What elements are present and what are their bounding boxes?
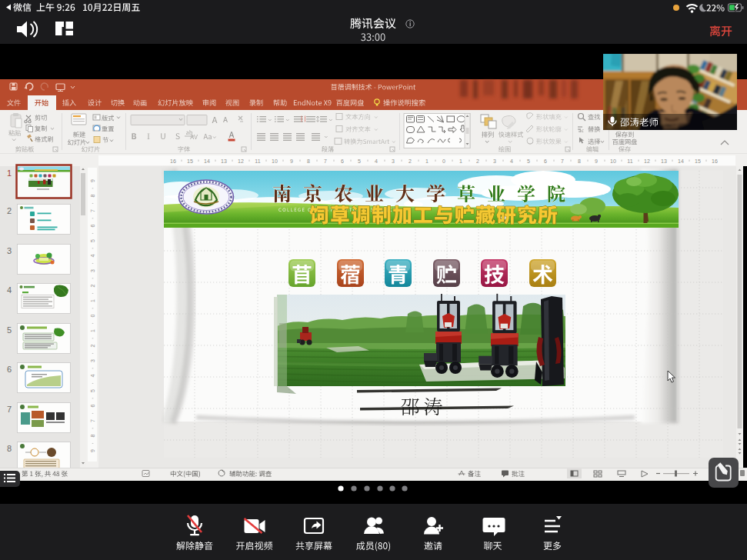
svg-text:3: 3: [90, 359, 95, 362]
svg-text:4: 4: [90, 254, 95, 257]
svg-text:7: 7: [561, 158, 564, 164]
svg-text:6: 6: [7, 365, 12, 374]
svg-text:8: 8: [90, 434, 95, 437]
svg-text:2: 2: [409, 158, 412, 164]
svg-text:15: 15: [187, 158, 193, 164]
svg-text:5: 5: [527, 158, 530, 164]
svg-text:4: 4: [510, 158, 513, 164]
svg-text:3: 3: [493, 158, 496, 164]
svg-text:5: 5: [90, 239, 95, 242]
svg-text:2: 2: [7, 206, 12, 215]
svg-text:7: 7: [90, 209, 95, 212]
svg-text:5: 5: [90, 389, 95, 392]
svg-text:7: 7: [7, 405, 12, 414]
svg-text:4: 4: [7, 285, 12, 295]
svg-text:9: 9: [90, 179, 95, 182]
svg-text:3: 3: [7, 246, 12, 255]
svg-text:16: 16: [170, 158, 176, 164]
svg-text:10: 10: [272, 158, 278, 164]
svg-text:16: 16: [712, 158, 718, 164]
svg-text:8: 8: [307, 158, 310, 164]
svg-text:3: 3: [392, 158, 395, 164]
svg-text:1: 1: [7, 168, 12, 178]
svg-text:8: 8: [7, 444, 12, 453]
svg-text:4: 4: [90, 374, 95, 377]
svg-text:9: 9: [90, 449, 95, 452]
svg-text:6: 6: [90, 404, 95, 407]
svg-text:2: 2: [476, 158, 479, 164]
svg-text:14: 14: [204, 158, 210, 164]
svg-text:14: 14: [678, 158, 684, 164]
svg-text:2: 2: [90, 344, 95, 347]
svg-text:11: 11: [255, 158, 260, 164]
svg-text:2: 2: [90, 284, 95, 287]
svg-text:3: 3: [90, 269, 95, 272]
svg-text:13: 13: [661, 158, 667, 164]
svg-text:7: 7: [324, 158, 327, 164]
svg-text:5: 5: [358, 158, 361, 164]
svg-text:1: 1: [425, 158, 429, 164]
svg-text:9: 9: [290, 158, 293, 164]
svg-text:1: 1: [90, 329, 95, 332]
svg-text:6: 6: [90, 224, 95, 227]
svg-text:8: 8: [578, 158, 581, 164]
svg-text:8: 8: [90, 194, 95, 197]
svg-text:6: 6: [341, 158, 344, 164]
svg-text:4: 4: [375, 158, 378, 164]
svg-text:7: 7: [90, 419, 95, 422]
svg-text:15: 15: [695, 158, 701, 164]
svg-text:12: 12: [238, 158, 244, 164]
svg-text:10: 10: [610, 158, 616, 164]
svg-text:13: 13: [221, 158, 227, 164]
svg-text:0: 0: [442, 158, 445, 164]
svg-text:1: 1: [90, 299, 95, 302]
svg-text:11: 11: [627, 158, 632, 164]
svg-text:5: 5: [7, 325, 12, 335]
svg-text:6: 6: [544, 158, 547, 164]
svg-text:1: 1: [459, 158, 462, 164]
svg-text:0: 0: [90, 314, 95, 317]
svg-text:12: 12: [644, 158, 650, 164]
svg-text:9: 9: [595, 158, 598, 164]
